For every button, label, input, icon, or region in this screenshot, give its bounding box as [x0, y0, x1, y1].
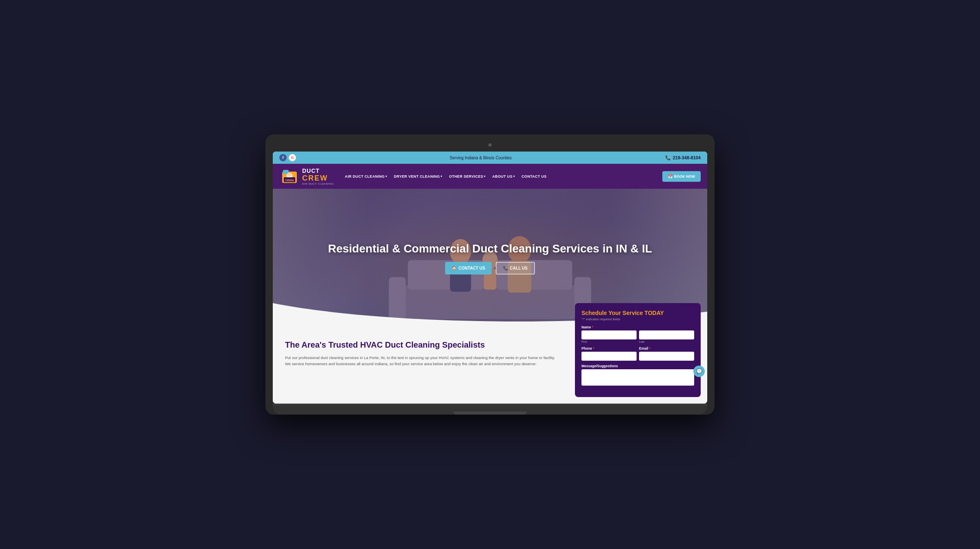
nav-other-services[interactable]: OTHER SERVICES ▾ — [446, 172, 489, 181]
main-content-left: The Area's Trusted HVAC Duct Cleaning Sp… — [273, 328, 568, 404]
chat-bubble[interactable]: 💬 — [693, 366, 705, 377]
nav-links: AIR DUCT CLEANING ▾ DRYER VENT CLEANING … — [342, 172, 657, 181]
main-content-right: Schedule Your Service TODAY "*" indicate… — [568, 328, 707, 404]
hero-content: Residential & Commercial Duct Cleaning S… — [320, 242, 660, 275]
form-phone-label: Phone * — [581, 346, 637, 350]
form-name-label: Name * — [581, 325, 694, 329]
navigation: CREW DUCT CREW AIR DUCT CLEANING AIR DUC… — [273, 164, 707, 189]
hero-call-button[interactable]: 📞 CALL US — [496, 262, 535, 274]
phone-number[interactable]: 📞 219-348-8104 — [665, 155, 701, 161]
logo-crew: CREW — [302, 174, 334, 183]
form-last-label: Last — [639, 340, 694, 343]
hero-contact-button[interactable]: 🏠 CONTACT US — [445, 262, 492, 274]
phone-icon: 📞 — [665, 155, 671, 161]
schedule-form-card: Schedule Your Service TODAY "*" indicate… — [575, 303, 701, 397]
logo-text: DUCT CREW AIR DUCT CLEANING — [302, 167, 334, 185]
form-name-group: Name * First Last — [581, 325, 694, 343]
form-message-label: Message/Suggestions — [581, 364, 694, 368]
form-first-name-input[interactable] — [581, 330, 637, 339]
calendar-icon: 📅 — [668, 174, 673, 179]
main-description: Put our professional duct cleaning servi… — [285, 355, 559, 367]
main-section: The Area's Trusted HVAC Duct Cleaning Sp… — [273, 328, 707, 404]
dropdown-arrow-icon: ▾ — [441, 175, 442, 178]
dropdown-arrow-icon: ▾ — [484, 175, 486, 178]
form-email-group: Email * — [639, 346, 694, 361]
svg-text:CREW: CREW — [285, 179, 294, 182]
form-phone-input[interactable] — [581, 352, 637, 361]
nav-about-us[interactable]: ABOUT US ▾ — [490, 172, 518, 181]
form-first-name-group: First — [581, 330, 637, 343]
laptop-camera — [488, 143, 492, 147]
top-bar: f G Serving Indiana & Illinois Counties … — [273, 152, 707, 164]
logo-icon: CREW — [279, 167, 300, 185]
form-phone-group: Phone * — [581, 346, 637, 361]
form-message-textarea[interactable] — [581, 369, 694, 386]
form-last-name-input[interactable] — [639, 330, 694, 339]
form-title-today: TODAY — [644, 310, 664, 316]
form-message-group: Message/Suggestions — [581, 364, 694, 387]
social-links: f G — [279, 154, 296, 161]
svg-point-3 — [287, 173, 292, 177]
nav-air-duct-cleaning[interactable]: AIR DUCT CLEANING ▾ — [342, 172, 390, 181]
laptop-base — [273, 406, 707, 415]
dropdown-arrow-icon: ▾ — [385, 175, 387, 178]
dropdown-arrow-icon: ▾ — [513, 175, 515, 178]
laptop-screen: f G Serving Indiana & Illinois Counties … — [273, 152, 707, 404]
book-now-button[interactable]: 📅 BOOK NOW — [662, 171, 701, 182]
form-title: Schedule Your Service TODAY — [581, 310, 694, 316]
form-email-input[interactable] — [639, 352, 694, 361]
home-icon: 🏠 — [452, 266, 457, 270]
form-required-note: "*" indicates required fields — [581, 317, 694, 321]
form-contact-group: Phone * Email * — [581, 346, 694, 361]
facebook-icon[interactable]: f — [279, 154, 287, 161]
form-first-label: First — [581, 340, 637, 343]
logo-subtitle: AIR DUCT CLEANING — [302, 183, 334, 185]
hero-buttons: 🏠 CONTACT US 📞 CALL US — [328, 262, 652, 274]
form-name-row: First Last — [581, 330, 694, 343]
form-phone-email-row: Phone * Email * — [581, 346, 694, 361]
nav-contact-us[interactable]: CONTACT US — [519, 172, 549, 181]
hero-title: Residential & Commercial Duct Cleaning S… — [328, 242, 652, 256]
phone-number-text: 219-348-8104 — [673, 155, 701, 160]
phone-icon: 📞 — [503, 266, 508, 270]
google-icon[interactable]: G — [289, 154, 296, 161]
serving-text: Serving Indiana & Illinois Counties — [450, 156, 512, 160]
logo[interactable]: CREW DUCT CREW AIR DUCT CLEANING — [279, 167, 334, 185]
nav-dryer-vent-cleaning[interactable]: DRYER VENT CLEANING ▾ — [391, 172, 445, 181]
main-section-title: The Area's Trusted HVAC Duct Cleaning Sp… — [285, 340, 559, 350]
form-last-name-group: Last — [639, 330, 694, 343]
logo-duct: DUCT — [302, 167, 334, 174]
form-email-label: Email * — [639, 346, 694, 350]
